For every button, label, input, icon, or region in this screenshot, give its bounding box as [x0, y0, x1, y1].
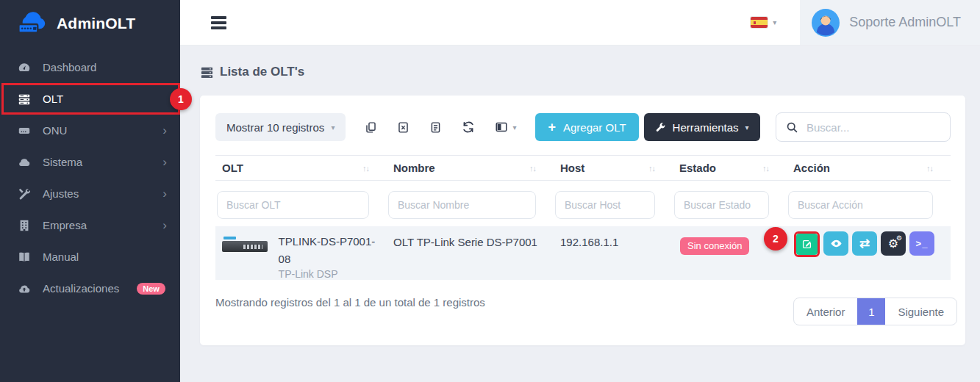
search-icon — [786, 121, 798, 134]
edit-olt-button[interactable] — [796, 234, 818, 255]
export-file-button[interactable] — [429, 121, 442, 134]
filter-estado-input[interactable] — [674, 191, 769, 219]
text-file-icon — [429, 121, 442, 134]
pagination-prev[interactable]: Anterior — [794, 298, 858, 325]
tools-label: Herramientas — [673, 121, 739, 134]
terminal-olt-button[interactable]: >_ — [909, 231, 934, 256]
app-root: AdminOLT Dashboard OLT 1 ONU › Sistema — [0, 0, 980, 382]
avatar — [812, 9, 840, 37]
excel-file-icon — [397, 121, 409, 134]
onu-device-icon — [18, 124, 31, 137]
plus-icon: + — [548, 120, 556, 134]
cloud-icon — [18, 156, 31, 169]
refresh-icon — [462, 120, 475, 134]
sort-icon: ↑↓ — [529, 164, 536, 173]
sidebar-item-olt[interactable]: OLT 1 — [0, 83, 180, 115]
filter-host-input[interactable] — [555, 191, 655, 219]
content: Lista de OLT's Mostrar 10 registros ▾ — [180, 46, 980, 382]
olt-cell: TPLINK-DS-P7001-08 TP-Link DSP — [215, 226, 387, 280]
sort-icon: ↑↓ — [762, 164, 769, 173]
sidebar-item-dashboard[interactable]: Dashboard — [0, 51, 180, 83]
export-excel-button[interactable] — [397, 121, 409, 134]
brand: AdminOLT — [0, 0, 180, 47]
filter-olt-input[interactable] — [217, 191, 369, 219]
sidebar-item-label: Actualizaciones — [43, 282, 119, 295]
status-badge: Sin conexión — [680, 237, 749, 255]
column-header-olt[interactable]: OLT↑↓ — [215, 162, 387, 174]
view-olt-button[interactable] — [823, 231, 848, 256]
column-visibility-button[interactable]: ▾ — [495, 120, 516, 134]
brand-name: AdminOLT — [57, 15, 135, 32]
tools-icon — [18, 187, 31, 201]
new-badge: New — [137, 283, 165, 295]
sidebar: AdminOLT Dashboard OLT 1 ONU › Sistema — [0, 0, 180, 382]
menu-toggle-button[interactable] — [211, 16, 226, 29]
sidebar-item-label: Dashboard — [43, 61, 96, 73]
table-row: TPLINK-DS-P7001-08 TP-Link DSP OLT TP-Li… — [215, 226, 951, 280]
olt-model: TPLINK-DS-P7001-08 — [279, 233, 387, 268]
search-input[interactable] — [806, 121, 940, 134]
chevron-right-icon: › — [162, 219, 167, 231]
sidebar-item-label: Ajustes — [43, 187, 79, 200]
sidebar-item-ajustes[interactable]: Ajustes › — [0, 178, 180, 209]
annotation-step2-box — [794, 231, 820, 257]
page-title: Lista de OLT's — [200, 65, 965, 79]
olt-vendor: TP-Link DSP — [279, 268, 387, 280]
filter-accion-input[interactable] — [788, 191, 933, 219]
main-area: ▾ Soporte AdminOLT Lista de OLT's — [180, 0, 980, 382]
sidebar-item-actualizaciones[interactable]: Actualizaciones New — [0, 273, 180, 304]
nombre-cell: OLT TP-Link Serie DS-P7001 — [387, 226, 554, 280]
brand-cloud-logo-icon — [18, 12, 50, 36]
columns-icon — [495, 120, 508, 134]
list-server-icon — [200, 65, 214, 79]
sidebar-item-onu[interactable]: ONU › — [0, 115, 180, 146]
user-name: Soporte AdminOLT — [849, 15, 961, 30]
device-image — [222, 241, 268, 252]
copy-icon — [365, 121, 377, 134]
pagination-next[interactable]: Siguiente — [885, 298, 956, 325]
sort-icon: ↑↓ — [926, 164, 933, 173]
eye-icon — [830, 237, 843, 250]
settings-olt-button[interactable]: ⚙⚙ — [881, 231, 906, 256]
filter-nombre-input[interactable] — [388, 191, 536, 219]
sidebar-item-label: OLT — [43, 93, 63, 105]
dashboard-gauge-icon — [18, 61, 31, 74]
pagination-page-1[interactable]: 1 — [857, 298, 885, 325]
olt-server-icon — [18, 93, 31, 106]
caret-down-icon: ▾ — [331, 123, 335, 131]
column-header-host[interactable]: Host↑↓ — [554, 162, 673, 174]
column-header-accion[interactable]: Acción↑↓ — [787, 162, 951, 174]
olt-list-card: Mostrar 10 registros ▾ — [200, 96, 965, 345]
caret-down-icon: ▾ — [773, 18, 776, 26]
chevron-right-icon: › — [162, 124, 167, 137]
open-book-icon — [18, 251, 31, 264]
sidebar-nav: Dashboard OLT 1 ONU › Sistema › Ajustes — [0, 47, 180, 304]
host-cell: 192.168.1.1 — [554, 226, 673, 280]
sort-icon: ↑↓ — [362, 164, 369, 173]
copy-button[interactable] — [365, 121, 377, 134]
tools-dropdown-button[interactable]: Herramientas ▾ — [644, 113, 760, 141]
topbar: ▾ Soporte AdminOLT — [180, 0, 980, 46]
sidebar-item-empresa[interactable]: Empresa › — [0, 209, 180, 241]
cloud-upload-icon — [18, 282, 31, 295]
language-selector[interactable]: ▾ — [751, 17, 776, 28]
global-search — [776, 112, 951, 142]
show-entries-dropdown[interactable]: Mostrar 10 registros ▾ — [215, 113, 346, 141]
chevron-right-icon: › — [162, 156, 167, 168]
column-header-nombre[interactable]: Nombre↑↓ — [387, 162, 554, 174]
pagination: Anterior 1 Siguiente — [793, 298, 957, 325]
sidebar-item-sistema[interactable]: Sistema › — [0, 146, 180, 178]
show-entries-label: Mostrar 10 registros — [226, 121, 324, 134]
sidebar-item-manual[interactable]: Manual — [0, 241, 180, 273]
gear-small-icon: ⚙ — [896, 234, 902, 242]
caret-down-icon: ▾ — [512, 123, 516, 131]
sync-olt-button[interactable]: ⇄ — [852, 231, 877, 256]
refresh-button[interactable] — [462, 120, 475, 134]
add-olt-button[interactable]: + Agregar OLT — [535, 113, 638, 141]
sidebar-item-label: Sistema — [43, 156, 82, 168]
user-menu[interactable]: Soporte AdminOLT — [800, 0, 980, 45]
wrench-icon — [655, 122, 666, 133]
table-toolbar: Mostrar 10 registros ▾ — [215, 112, 951, 142]
page-title-text: Lista de OLT's — [220, 65, 304, 79]
column-header-estado[interactable]: Estado↑↓ — [673, 162, 787, 174]
